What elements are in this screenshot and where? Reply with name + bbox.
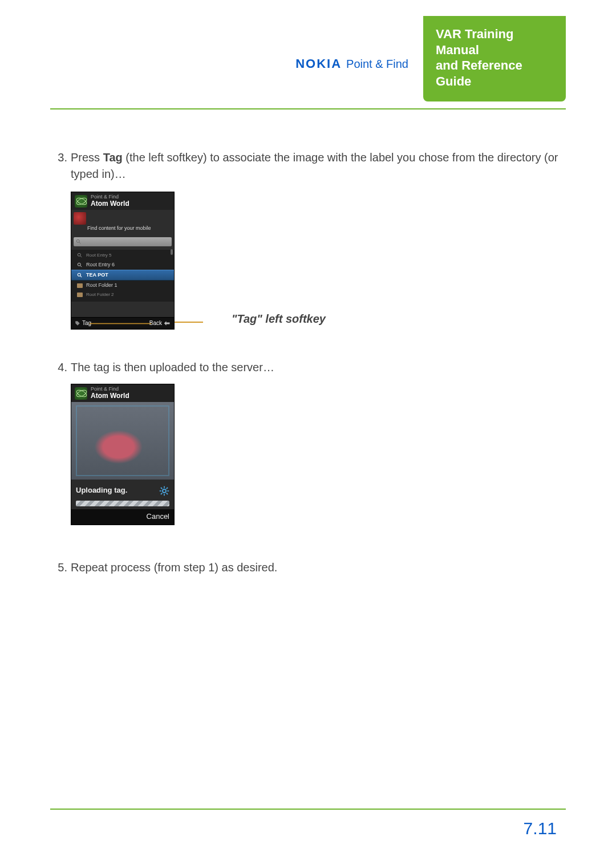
softkey-back[interactable]: Back [149,319,171,328]
tag-icon [75,320,80,326]
app-title: Atom World [91,392,129,400]
svg-point-0 [76,240,79,243]
rose-thumbnail [74,212,86,225]
list-item-selected[interactable]: TEA POT [71,270,174,281]
svg-line-5 [80,265,82,267]
doc-title-line1: VAR Training Manual [436,26,551,58]
step3-text-bold: Tag [103,151,123,164]
find-content-text: Find content for your mobile [71,225,174,235]
app-title: Atom World [91,200,129,208]
svg-line-1 [79,242,81,244]
step4-text: The tag is then uploaded to the server… [71,361,274,373]
directory-list: Root Entry 5 Root Entry 6 TEA POT [71,250,174,301]
list-item[interactable]: Root Entry 5 [71,251,174,260]
entry-icon [77,273,83,278]
back-icon [164,320,171,326]
list-item-label: Root Folder 2 [86,291,114,298]
svg-line-16 [167,488,168,489]
svg-line-14 [167,493,168,494]
atom-icon [75,195,87,208]
softkey-cancel[interactable]: Cancel [147,512,169,521]
softkey-right-label: Back [149,319,162,328]
svg-line-15 [161,493,162,494]
svg-point-4 [78,263,80,266]
search-icon [76,239,82,245]
scrollbar[interactable] [171,249,173,255]
svg-point-6 [78,273,80,276]
list-item-label: Root Entry 6 [86,261,115,269]
upload-status-text: Uploading tag. [76,485,127,496]
captured-image-preview [71,402,174,480]
list-item[interactable]: Root Folder 1 [71,281,174,290]
brand: NOKIA Point & Find [295,16,408,101]
step3-text-post: (the left softkey) to associate the imag… [71,151,558,180]
list-item[interactable]: Root Entry 6 [71,260,174,270]
folder-icon [77,293,83,297]
callout-line-inner [90,323,151,324]
entry-icon [77,262,83,268]
doc-title-tab: VAR Training Manual and Reference Guide [423,16,566,101]
entry-icon [77,253,83,258]
screenshot-uploading: Point & Find Atom World Uploading tag. [71,384,175,525]
list-item-label: TEA POT [86,271,108,279]
search-input[interactable] [74,237,172,246]
svg-line-7 [80,275,82,277]
svg-line-13 [161,488,162,489]
callout-label: "Tag" left softkey [232,311,326,330]
progress-bar [76,501,169,506]
svg-point-2 [78,253,80,256]
app-subtitle: Point & Find [91,194,129,200]
softkey-tag[interactable]: Tag [75,319,91,328]
list-item[interactable]: Root Folder 2 [71,290,174,299]
atom-icon [75,387,87,400]
brand-sub: Point & Find [346,58,408,71]
svg-line-3 [80,256,82,258]
footer-divider [50,809,566,810]
gear-icon [159,486,169,496]
step3-number: 3. [50,149,67,166]
svg-point-8 [163,489,166,493]
app-subtitle: Point & Find [91,387,129,392]
list-item-label: Root Entry 5 [86,252,111,259]
step4-number: 4. [50,359,67,376]
list-item-label: Root Folder 1 [86,282,117,289]
step5-text: Repeat process (from step 1) as desired. [71,561,277,574]
folder-icon [77,283,83,288]
step3-text-pre: Press [71,151,103,164]
brand-name: NOKIA [295,56,342,71]
callout-connector [175,322,203,323]
doc-title-line2: and Reference Guide [436,58,551,89]
screenshot-tag-list: Point & Find Atom World Find content for… [71,192,175,330]
page-number: 7.11 [524,819,557,838]
step5-number: 5. [50,559,67,576]
